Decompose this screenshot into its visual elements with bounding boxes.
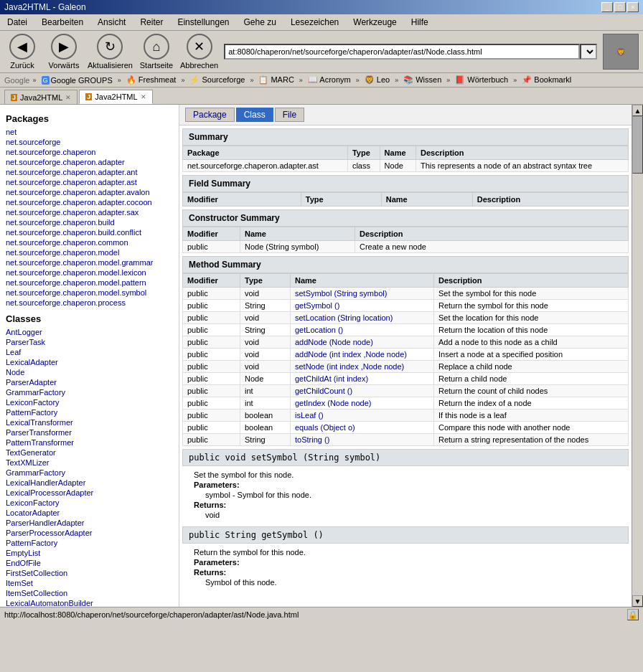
content-tab-package[interactable]: Package xyxy=(185,108,235,122)
scrollbar[interactable]: ▲ ▼ xyxy=(632,105,643,607)
sidebar-class-antlogger[interactable]: AntLogger xyxy=(0,327,179,337)
sidebar-pkg-symbol[interactable]: net.sourceforge.chaperon.model.symbol xyxy=(0,288,179,298)
sidebar-class-patternfactory2[interactable]: PatternFactory xyxy=(0,538,179,548)
sidebar-pkg-ant[interactable]: net.sourceforge.chaperon.adapter.ant xyxy=(0,167,179,177)
sidebar-class-lexiconfactory[interactable]: LexiconFactory xyxy=(0,397,179,407)
menu-gehe-zu[interactable]: Gehe zu xyxy=(240,16,281,29)
minimize-button[interactable]: _ xyxy=(601,2,613,12)
sidebar-class-itemset[interactable]: ItemSet xyxy=(0,578,179,588)
sidebar-pkg-grammar[interactable]: net.sourceforge.chaperon.model.grammar xyxy=(0,257,179,268)
sidebar-class-grammarfactory2[interactable]: GrammarFactory xyxy=(0,468,179,478)
ctor-modifier: public xyxy=(183,241,240,253)
sidebar-pkg-lexicon[interactable]: net.sourceforge.chaperon.model.lexicon xyxy=(0,268,179,278)
bookmark-leo[interactable]: 🦁 Leo xyxy=(362,75,392,85)
method-name-1: getSymbol () xyxy=(291,300,434,312)
menu-ansicht[interactable]: Ansicht xyxy=(93,16,130,29)
close-button[interactable]: × xyxy=(627,2,639,12)
address-dropdown[interactable] xyxy=(580,44,597,60)
bookmark-acronym[interactable]: 📖 Acronym xyxy=(306,75,353,85)
sidebar-class-node[interactable]: Node xyxy=(0,367,179,377)
sidebar-pkg-net-sf[interactable]: net.sourceforge xyxy=(0,137,179,147)
method-type-6: void xyxy=(240,361,291,373)
window-controls[interactable]: _ □ × xyxy=(601,2,639,12)
menu-werkzeuge[interactable]: Werkzeuge xyxy=(349,16,400,29)
bookmark-freshmeat[interactable]: 🔥 Freshmeat xyxy=(124,75,179,85)
summary-table: Package Type Name Description net.source… xyxy=(182,146,629,172)
bookmark-bookmarkl[interactable]: 📌 Bookmarkl xyxy=(520,75,573,85)
sidebar-class-parsertask[interactable]: ParserTask xyxy=(0,337,179,347)
method-modifier-6: public xyxy=(183,361,240,373)
sidebar-pkg-ast[interactable]: net.sourceforge.chaperon.adapter.ast xyxy=(0,177,179,187)
sidebar-pkg-sax[interactable]: net.sourceforge.chaperon.adapter.sax xyxy=(0,207,179,217)
sidebar-pkg-net[interactable]: net xyxy=(0,127,179,137)
sidebar-class-lexiconfactory2[interactable]: LexiconFactory xyxy=(0,498,179,508)
stop-button[interactable]: ✕ Abbrechen xyxy=(180,34,218,70)
content-tab-class[interactable]: Class xyxy=(236,108,273,122)
sourceforge-arrow: » xyxy=(250,77,253,84)
method-returns-1: Symbol of this node. xyxy=(194,578,617,587)
sidebar-class-parserprocessoradapter[interactable]: ParserProcessorAdapter xyxy=(0,528,179,538)
menu-bearbeiten[interactable]: Bearbeiten xyxy=(37,16,88,29)
sidebar-class-patterntransformer[interactable]: PatternTransformer xyxy=(0,437,179,448)
sidebar-class-locatoradapter[interactable]: LocatorAdapter xyxy=(0,508,179,518)
bookmark-wissen[interactable]: 📚 Wissen xyxy=(401,75,443,85)
tab-java2html-1[interactable]: J Java2HTML ✕ xyxy=(4,90,78,104)
sidebar-class-parsertransformer[interactable]: ParserTransformer xyxy=(0,427,179,437)
sidebar-class-grammarfactory[interactable]: GrammarFactory xyxy=(0,387,179,397)
method-type-5: void xyxy=(240,349,291,361)
sidebar-class-lexicalautomatonbuilder[interactable]: LexicalAutomatonBuilder xyxy=(0,598,179,607)
method-row: public int getChildCount () Return the c… xyxy=(183,385,629,397)
tab2-close[interactable]: ✕ xyxy=(141,93,146,100)
back-button[interactable]: ◀ Zurück xyxy=(4,34,40,70)
sidebar-class-lexicalprocessoradapter[interactable]: LexicalProcessorAdapter xyxy=(0,488,179,498)
sidebar-pkg-chaperon[interactable]: net.sourceforge.chaperon xyxy=(0,147,179,157)
forward-button[interactable]: ▶ Vorwärts xyxy=(46,34,82,70)
sidebar-class-emptylist[interactable]: EmptyList xyxy=(0,548,179,558)
sidebar-pkg-pattern[interactable]: net.sourceforge.chaperon.model.pattern xyxy=(0,278,179,288)
sidebar-pkg-model[interactable]: net.sourceforge.chaperon.model xyxy=(0,247,179,257)
method-detail-body-0: Set the symbol for this node. Parameters… xyxy=(182,466,629,524)
scroll-up-button[interactable]: ▲ xyxy=(632,105,643,116)
sidebar-class-itemsetcollection[interactable]: ItemSetCollection xyxy=(0,588,179,598)
bookmark-google-groups[interactable]: G Google GROUPS xyxy=(39,75,115,85)
sidebar-pkg-build[interactable]: net.sourceforge.chaperon.build xyxy=(0,217,179,227)
home-button[interactable]: ⌂ Startseite xyxy=(139,34,174,70)
summary-name: Node xyxy=(380,160,416,172)
sidebar-class-parseradapter[interactable]: ParserAdapter xyxy=(0,377,179,387)
scroll-down-button[interactable]: ▼ xyxy=(632,595,643,607)
sidebar-pkg-cocoon[interactable]: net.sourceforge.chaperon.adapter.cocoon xyxy=(0,197,179,207)
menu-hilfe[interactable]: Hilfe xyxy=(407,16,433,29)
sidebar-class-lexicaladapter[interactable]: LexicalAdapter xyxy=(0,357,179,367)
maximize-button[interactable]: □ xyxy=(614,2,626,12)
freshmeat-arrow: » xyxy=(181,77,184,84)
sidebar-class-lexicalhandleradapter[interactable]: LexicalHandlerAdapter xyxy=(0,478,179,488)
sidebar-class-lexicaltransformer[interactable]: LexicalTransformer xyxy=(0,417,179,427)
sidebar-pkg-common[interactable]: net.sourceforge.chaperon.common xyxy=(0,237,179,247)
sidebar-pkg-adapter[interactable]: net.sourceforge.chaperon.adapter xyxy=(0,157,179,167)
menu-lesezeichen[interactable]: Lesezeichen xyxy=(286,16,343,29)
sidebar-class-patternfactory[interactable]: PatternFactory xyxy=(0,407,179,417)
address-input[interactable] xyxy=(224,44,580,60)
tab1-close[interactable]: ✕ xyxy=(65,94,71,101)
refresh-button[interactable]: ↻ Aktualisieren xyxy=(88,34,133,70)
scroll-thumb[interactable] xyxy=(632,116,643,174)
sidebar-class-parserhandleradapter[interactable]: ParserHandlerAdapter xyxy=(0,518,179,528)
sidebar-class-endoffile[interactable]: EndOfFile xyxy=(0,558,179,568)
menu-reiter[interactable]: Reiter xyxy=(136,16,167,29)
method-name-12: toString () xyxy=(291,434,434,446)
menu-einstellungen[interactable]: Einstellungen xyxy=(173,16,233,29)
method-desc-4: Add a node to this node as a child xyxy=(434,336,629,349)
sidebar-pkg-build-conflict[interactable]: net.sourceforge.chaperon.build.conflict xyxy=(0,227,179,237)
bookmark-marc[interactable]: 📋 MARC xyxy=(256,75,296,85)
sidebar-pkg-avalon[interactable]: net.sourceforge.chaperon.adapter.avalon xyxy=(0,187,179,197)
sidebar-class-firstsetcollection[interactable]: FirstSetCollection xyxy=(0,568,179,578)
content-tab-file[interactable]: File xyxy=(275,108,304,122)
sidebar-pkg-process[interactable]: net.sourceforge.chaperon.process xyxy=(0,298,179,308)
sidebar-class-textxmlizer[interactable]: TextXMLizer xyxy=(0,458,179,468)
sidebar-class-textgenerator[interactable]: TextGenerator xyxy=(0,448,179,458)
menu-datei[interactable]: Datei xyxy=(3,16,32,29)
tab-java2html-2[interactable]: J Java2HTML ✕ xyxy=(79,90,152,104)
bookmark-woerterbuch[interactable]: 📕 Wörterbuch xyxy=(453,75,510,85)
sidebar-class-leaf[interactable]: Leaf xyxy=(0,347,179,357)
bookmark-sourceforge[interactable]: ⚡ Sourceforge xyxy=(187,75,247,85)
